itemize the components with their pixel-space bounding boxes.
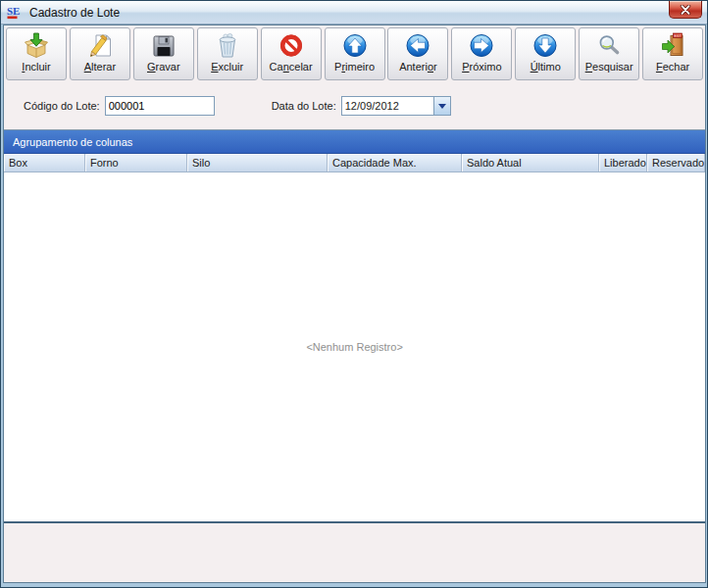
fechar-button[interactable]: EXIT Fechar [642, 27, 703, 80]
pesquisar-label: Pesquisar [585, 61, 633, 73]
proximo-button[interactable]: Próximo [451, 27, 512, 80]
codigo-lote-label: Código do Lote: [24, 100, 100, 112]
column-header-box[interactable]: Box [4, 154, 85, 172]
excluir-button[interactable]: Excluir [197, 27, 258, 80]
data-grid: Agrupamento de colunas Box Forno Silo Ca… [4, 129, 705, 523]
gravar-label: Gravar [147, 61, 180, 73]
alterar-button[interactable]: Alterar [70, 27, 130, 80]
grid-header-row: Box Forno Silo Capacidade Max. Saldo Atu… [4, 154, 705, 172]
empty-records-message: <Nenhum Registro> [306, 341, 402, 353]
arrow-right-circle-icon [469, 31, 494, 59]
combo-dropdown-button[interactable] [433, 97, 450, 115]
cancelar-label: Cancelar [270, 61, 313, 73]
anterior-button[interactable]: Anterior [387, 27, 448, 80]
column-header-silo[interactable]: Silo [187, 154, 328, 172]
column-header-reservado[interactable]: Reservado [647, 154, 705, 172]
anterior-label: Anterior [399, 61, 437, 73]
trash-icon [215, 31, 240, 59]
arrow-up-circle-icon [342, 31, 368, 59]
floppy-disk-icon [151, 31, 177, 59]
title-bar[interactable]: SE Cadastro de Lote [1, 1, 707, 24]
proximo-label: Próximo [462, 61, 501, 73]
ultimo-button[interactable]: Último [515, 27, 576, 80]
pencil-document-icon [87, 31, 113, 59]
cancel-icon [278, 31, 304, 59]
alterar-label: Alterar [84, 61, 116, 73]
form-row: Código do Lote: Data do Lote: 12/09/2012 [4, 82, 705, 129]
grid-body[interactable]: <Nenhum Registro> [4, 172, 705, 521]
exit-door-icon: EXIT [660, 31, 685, 59]
cancelar-button[interactable]: Cancelar [261, 27, 322, 80]
window-title: Cadastro de Lote [29, 6, 120, 20]
codigo-lote-input[interactable] [105, 96, 215, 116]
fechar-label: Fechar [656, 61, 689, 73]
app-logo-icon: SE [7, 5, 25, 21]
box-add-icon [24, 31, 49, 59]
column-header-capacidade[interactable]: Capacidade Max. [328, 154, 462, 172]
incluir-label: Incluir [22, 61, 50, 73]
group-band-text: Agrupamento de colunas [13, 136, 132, 148]
window-frame: Incluir Alterar [1, 24, 707, 587]
svg-text:EXIT: EXIT [675, 33, 683, 37]
app-window: SE Cadastro de Lote [0, 0, 708, 588]
column-header-forno[interactable]: Forno [85, 154, 187, 172]
group-by-band[interactable]: Agrupamento de colunas [4, 130, 705, 154]
data-lote-label: Data do Lote: [272, 100, 336, 112]
incluir-button[interactable]: Incluir [6, 27, 67, 80]
client-area: Incluir Alterar [3, 24, 706, 583]
column-header-liberado[interactable]: Liberado [599, 154, 647, 172]
svg-text:SE: SE [7, 5, 20, 17]
data-lote-value: 12/09/2012 [342, 100, 433, 112]
excluir-label: Excluir [211, 61, 243, 73]
arrow-left-circle-icon [405, 31, 430, 59]
primeiro-button[interactable]: Primeiro [325, 27, 385, 80]
ultimo-label: Último [531, 61, 561, 73]
toolbar: Incluir Alterar [4, 25, 705, 82]
arrow-down-circle-icon [532, 31, 558, 59]
close-button[interactable] [669, 1, 702, 19]
pesquisar-button[interactable]: Pesquisar [579, 27, 639, 80]
gravar-button[interactable]: Gravar [133, 27, 194, 80]
primeiro-label: Primeiro [334, 61, 375, 73]
bottom-panel [4, 523, 705, 582]
chevron-down-icon [438, 104, 446, 109]
data-lote-combobox[interactable]: 12/09/2012 [341, 96, 451, 116]
magnifier-icon [596, 31, 622, 59]
column-header-saldo[interactable]: Saldo Atual [462, 154, 599, 172]
